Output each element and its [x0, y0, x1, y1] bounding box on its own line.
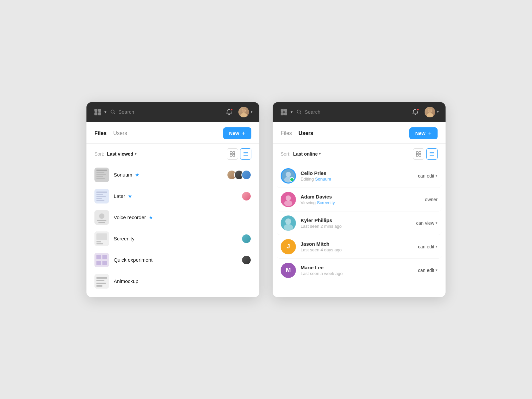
left-grid-view-button[interactable] [227, 148, 238, 160]
left-file-list: Sonuum★Later★Voice recorder★ScreenityQui… [86, 164, 259, 297]
svg-point-64 [286, 195, 291, 200]
svg-point-8 [242, 109, 245, 112]
left-topbar: ▾ Search [86, 102, 259, 122]
svg-rect-27 [96, 200, 104, 201]
left-tab-files[interactable]: Files [94, 129, 110, 138]
svg-rect-55 [416, 152, 418, 154]
left-tab-users[interactable]: Users [113, 129, 130, 138]
user-status-link[interactable]: Screenity [317, 200, 335, 205]
file-item[interactable]: Sonuum★ [90, 164, 255, 186]
svg-rect-38 [102, 255, 107, 259]
left-list-view-button[interactable] [240, 148, 251, 160]
svg-rect-12 [233, 154, 235, 156]
user-item[interactable]: Kyler PhillipsLast seen 2 mins agocan vi… [277, 211, 442, 235]
user-role[interactable]: can edit▾ [418, 244, 438, 249]
file-item[interactable]: Quick experiment [90, 249, 255, 271]
svg-rect-49 [284, 112, 287, 115]
right-topbar: ▾ Search [273, 102, 446, 122]
role-chevron-icon: ▾ [436, 174, 438, 178]
right-panel: ▾ Search [273, 102, 446, 297]
right-topbar-right: ▾ [410, 107, 439, 117]
file-item[interactable]: Voice recorder★ [90, 207, 255, 228]
right-search-bar[interactable]: Search [297, 109, 406, 115]
user-info: Marie LeeLast seen a week ago [301, 265, 413, 276]
svg-rect-46 [281, 109, 284, 112]
right-panel-body: Files Users New + Sort: Last online ▾ [273, 122, 446, 287]
file-name: Voice recorder★ [114, 214, 251, 220]
right-new-button[interactable]: New + [409, 127, 438, 139]
user-item[interactable]: JJason MitchLast seen 4 days agocan edit… [277, 235, 442, 259]
svg-rect-17 [96, 170, 107, 171]
svg-rect-10 [233, 152, 235, 154]
svg-rect-11 [230, 154, 232, 156]
user-avatar [281, 168, 296, 184]
left-panel: ▾ Search [86, 102, 259, 297]
left-sort-value[interactable]: Last viewed ▾ [107, 151, 137, 157]
user-status-link[interactable]: Sonuum [315, 177, 331, 182]
svg-point-53 [427, 113, 433, 117]
right-search-icon [297, 109, 302, 115]
svg-rect-30 [97, 220, 106, 221]
file-name: Sonuum★ [114, 172, 222, 178]
right-logo[interactable]: ▾ [279, 107, 293, 117]
user-status: Last seen a week ago [301, 271, 413, 276]
role-chevron-icon: ▾ [436, 268, 438, 272]
right-tab-users[interactable]: Users [299, 129, 317, 138]
right-grid-view-button[interactable] [413, 148, 424, 160]
svg-rect-21 [96, 178, 105, 179]
right-users-list: Celio PriesEditing Sonuumcan edit▾Adam D… [273, 164, 446, 287]
file-name: Quick experiment [114, 257, 237, 263]
user-role[interactable]: can view▾ [416, 220, 438, 226]
user-item[interactable]: MMarie LeeLast seen a week agocan edit▾ [277, 259, 442, 282]
right-sort-value[interactable]: Last online ▾ [293, 151, 321, 157]
svg-point-66 [285, 218, 291, 224]
user-info: Adam DaviesViewing Screenity [301, 194, 420, 205]
file-avatar-item [241, 170, 251, 180]
user-name: Jason Mitch [301, 241, 413, 247]
svg-rect-33 [96, 233, 107, 240]
search-icon [110, 109, 116, 115]
left-user-avatar-button[interactable]: ▾ [238, 107, 253, 117]
user-info: Celio PriesEditing Sonuum [301, 170, 413, 182]
file-avatar-item [241, 255, 251, 265]
user-name: Kyler Phillips [301, 217, 412, 223]
left-search-bar[interactable]: Search [110, 109, 220, 115]
svg-rect-35 [96, 243, 103, 244]
file-item[interactable]: Screenity [90, 228, 255, 249]
user-role[interactable]: can edit▾ [418, 268, 438, 273]
user-item[interactable]: Adam DaviesViewing Screenityowner [277, 188, 442, 211]
svg-rect-40 [102, 261, 107, 265]
user-status: Viewing Screenity [301, 200, 420, 205]
right-user-avatar-button[interactable]: ▾ [425, 107, 439, 117]
user-status: Last seen 2 mins ago [301, 224, 412, 229]
right-view-buttons [413, 148, 438, 160]
right-logo-chevron-icon: ▾ [291, 110, 293, 114]
right-avatar-chevron-icon: ▾ [437, 110, 439, 114]
star-icon: ★ [135, 172, 139, 178]
file-name: Screenity [114, 236, 237, 241]
left-panel-body: Files Users New + Sort: Last viewed ▾ [86, 122, 259, 297]
left-new-button[interactable]: New + [223, 127, 251, 139]
svg-rect-0 [94, 109, 97, 112]
avatar-chevron-icon: ▾ [251, 110, 253, 114]
left-sort-label: Sort: [94, 151, 104, 157]
file-item[interactable]: Animockup [90, 271, 255, 292]
user-role[interactable]: can edit▾ [418, 173, 438, 179]
right-notification-button[interactable] [410, 107, 421, 117]
user-item[interactable]: Celio PriesEditing Sonuumcan edit▾ [277, 164, 442, 188]
right-app-logo-icon [279, 107, 289, 117]
right-tab-files[interactable]: Files [281, 129, 295, 138]
svg-rect-2 [94, 112, 97, 115]
user-avatar [281, 192, 296, 207]
right-list-view-button[interactable] [426, 148, 438, 160]
svg-rect-24 [96, 194, 103, 195]
left-notification-button[interactable] [224, 107, 234, 117]
left-search-placeholder: Search [118, 109, 134, 115]
left-logo[interactable]: ▾ [93, 107, 106, 117]
file-item[interactable]: Later★ [90, 186, 255, 207]
user-status: Last seen 4 days ago [301, 247, 413, 252]
user-avatar: J [281, 239, 296, 254]
user-avatar: M [281, 263, 296, 278]
file-thumbnail [94, 210, 109, 225]
role-chevron-icon: ▾ [436, 221, 438, 225]
